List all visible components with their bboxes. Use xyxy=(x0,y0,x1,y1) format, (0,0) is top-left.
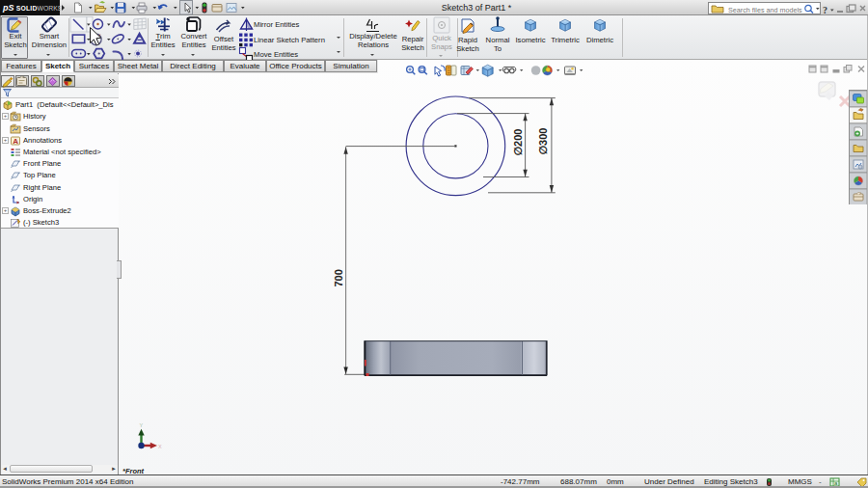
svg-text:700: 700 xyxy=(333,269,344,286)
svg-text:∅200: ∅200 xyxy=(512,129,524,156)
svg-text:X: X xyxy=(158,444,162,449)
svg-text:Y: Y xyxy=(140,422,144,428)
svg-text:?: ? xyxy=(823,5,827,15)
svg-text:∅300: ∅300 xyxy=(537,128,549,155)
svg-text:A: A xyxy=(13,137,18,146)
